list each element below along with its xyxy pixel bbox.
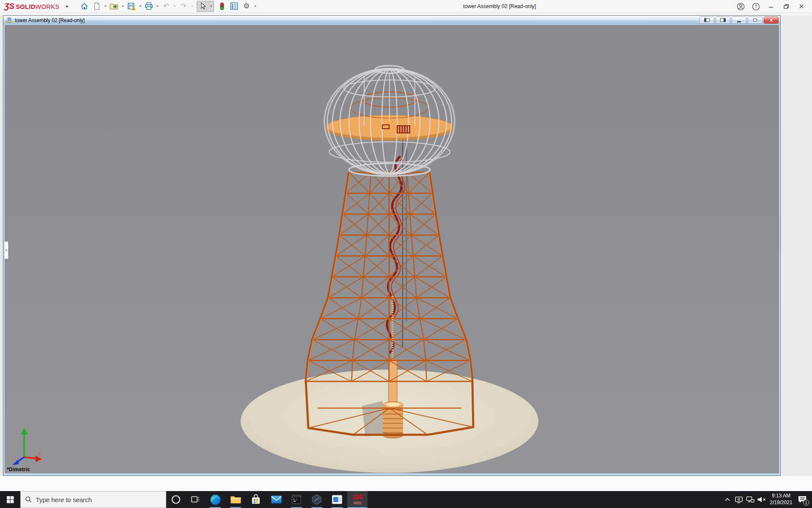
svg-text:C:\: C:\ [293, 498, 298, 501]
panel-splitter-handle[interactable] [5, 241, 8, 259]
cortana-button[interactable] [166, 491, 186, 508]
account-icon [737, 3, 745, 11]
desktop-gap [0, 476, 812, 491]
undo-dropdown[interactable]: ▾ [173, 4, 177, 8]
dome-cage[interactable] [324, 66, 455, 176]
logo-text-solid: SOLID [16, 3, 35, 10]
3d-viewport[interactable]: x *Dimetric [5, 25, 779, 473]
new-document-button[interactable] [91, 1, 103, 12]
tray-chevron-button[interactable] [721, 491, 733, 508]
doc-minimize-button[interactable] [732, 17, 746, 24]
redo-button[interactable]: ↷ [178, 1, 189, 12]
open-button[interactable] [108, 1, 120, 12]
tray-volume-muted-button[interactable] [756, 491, 767, 508]
doc-close-icon: ✕ [769, 18, 773, 23]
file-explorer-icon [230, 494, 241, 505]
solidworks-logo: ƷSSOLIDWORKS [4, 2, 59, 11]
ds-logo-mark: ƷS [4, 2, 14, 11]
media-app-icon [332, 494, 343, 505]
orientation-triad[interactable]: x [10, 426, 44, 465]
doc-tile-right-button[interactable] [716, 17, 730, 24]
close-button[interactable] [796, 0, 807, 12]
doc-restore-icon [753, 19, 757, 22]
quick-toolbar: ▾ ▾ ▾ ▾ ↶ ▾ ↷ ▾ ▾ ⚙ ▾ [79, 1, 258, 12]
doc-tile-left-button[interactable] [700, 17, 714, 24]
svg-text:x: x [39, 451, 41, 456]
document-window-controls: ✕ [700, 17, 779, 24]
taskbar-hexagon-app-button[interactable] [307, 491, 327, 508]
restore-button[interactable] [781, 0, 792, 12]
windows-logo-icon [7, 496, 14, 503]
taskbar-file-explorer-button[interactable] [225, 491, 246, 508]
taskbar: C:\ SW 2021 9:13 AM 2/19/2021 1 [0, 491, 812, 508]
home-button[interactable] [79, 1, 91, 12]
lattice-tower[interactable] [306, 172, 472, 381]
search-box[interactable] [20, 491, 166, 508]
taskbar-media-app-button[interactable] [327, 491, 347, 508]
start-button[interactable] [0, 491, 20, 508]
document-window: tower Assembly 02 [Read-only] ✕ [3, 15, 781, 476]
select-tool-group: ▾ [197, 1, 214, 12]
save-icon [127, 2, 136, 11]
open-dropdown[interactable]: ▾ [121, 4, 125, 8]
splitter-dot-icon [5, 249, 7, 251]
help-icon: ? [752, 3, 760, 11]
notification-count-badge: 1 [803, 500, 809, 505]
task-view-icon [191, 495, 200, 504]
edge-icon [210, 494, 221, 505]
logo-text-works: WORKS [36, 3, 60, 10]
notification-center-button[interactable]: 1 [795, 491, 809, 508]
taskbar-store-button[interactable] [246, 491, 266, 508]
store-icon [251, 494, 261, 505]
undo-button[interactable]: ↶ [160, 1, 172, 12]
tray-date: 2/19/2021 [770, 500, 792, 506]
new-document-icon [93, 2, 101, 10]
new-document-dropdown[interactable]: ▾ [103, 4, 108, 8]
taskbar-apps: C:\ SW 2021 [205, 491, 368, 508]
print-button[interactable] [143, 1, 155, 12]
document-titlebar[interactable]: tower Assembly 02 [Read-only] ✕ [3, 16, 780, 25]
print-icon [145, 2, 153, 10]
save-dropdown[interactable]: ▾ [138, 4, 143, 8]
toolbar-expand-arrow[interactable]: ▸ [66, 3, 69, 9]
svg-text:?: ? [754, 4, 757, 9]
assembly-icon [5, 17, 13, 24]
command-prompt-icon: C:\ [291, 494, 302, 505]
properties-button[interactable] [228, 1, 240, 12]
taskbar-edge-button[interactable] [205, 491, 225, 508]
select-dropdown[interactable]: ▾ [209, 4, 214, 8]
undo-icon: ↶ [163, 3, 169, 10]
redo-icon: ↷ [181, 3, 187, 10]
save-button[interactable] [126, 1, 137, 12]
tray-display-button[interactable] [733, 491, 744, 508]
restore-icon [783, 3, 790, 9]
taskbar-mail-button[interactable] [266, 491, 286, 508]
minimize-button[interactable] [765, 0, 776, 12]
system-tray: 9:13 AM 2/19/2021 1 [721, 491, 812, 508]
close-icon [798, 3, 804, 9]
gear-icon: ⚙ [243, 3, 250, 10]
doc-restore-button[interactable] [748, 17, 763, 24]
task-view-button[interactable] [186, 491, 205, 508]
hexagon-app-icon [311, 494, 322, 505]
redo-dropdown[interactable]: ▾ [190, 4, 195, 8]
select-button[interactable] [197, 1, 209, 12]
mail-icon [271, 495, 282, 504]
search-input[interactable] [36, 496, 162, 503]
window-controls: ? [735, 0, 812, 13]
taskbar-solidworks-button[interactable]: SW 2021 [347, 491, 368, 508]
interference-check-button[interactable] [216, 1, 228, 12]
help-button[interactable]: ? [750, 0, 761, 12]
doc-close-button[interactable]: ✕ [764, 17, 779, 24]
tray-clock[interactable]: 9:13 AM 2/19/2021 [767, 493, 795, 506]
print-dropdown[interactable]: ▾ [155, 4, 160, 8]
options-dropdown[interactable]: ▾ [253, 4, 258, 8]
traffic-light-icon [219, 2, 225, 11]
assembly-3d-model[interactable] [5, 25, 779, 473]
account-button[interactable] [735, 0, 746, 12]
taskbar-command-prompt-button[interactable]: C:\ [286, 491, 307, 508]
doc-minimize-icon [737, 21, 741, 22]
view-orientation-label: *Dimetric [7, 467, 30, 472]
tray-network-button[interactable] [744, 491, 756, 508]
options-button[interactable]: ⚙ [241, 1, 252, 12]
